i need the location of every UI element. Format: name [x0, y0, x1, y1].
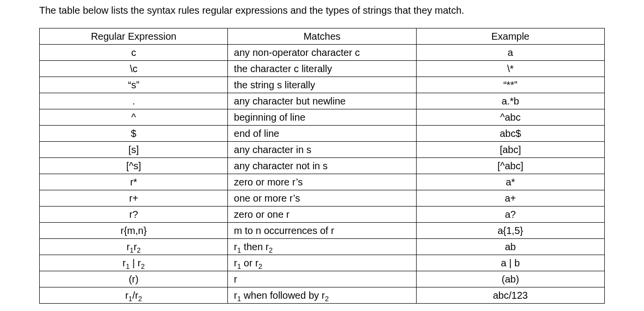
cell-example: abc$ [416, 126, 604, 142]
cell-matches: end of line [228, 126, 416, 142]
table-row: [^s]any character not in s[^abc] [40, 158, 605, 174]
cell-example: ^abc [416, 109, 604, 126]
cell-matches: r1 then r2 [228, 239, 416, 255]
cell-matches: any character but newline [228, 93, 416, 109]
cell-regular-expression: r+ [40, 190, 228, 207]
table-row: r?zero or one ra? [40, 207, 605, 223]
cell-regular-expression: $ [40, 126, 228, 142]
cell-matches: zero or one r [228, 207, 416, 223]
cell-matches: any character in s [228, 142, 416, 158]
cell-example: a{1,5} [416, 223, 604, 239]
cell-matches: any character not in s [228, 158, 416, 174]
cell-matches: r1 when followed by r2 [228, 287, 416, 304]
table-header-row: Regular Expression Matches Example [40, 28, 605, 45]
regex-syntax-table: Regular Expression Matches Example cany … [39, 28, 605, 304]
cell-example: [abc] [416, 142, 604, 158]
cell-example: abc/123 [416, 287, 604, 304]
table-row: \cthe character c literally\* [40, 61, 605, 77]
cell-regular-expression: (r) [40, 271, 228, 287]
table-row: cany non-operator character ca [40, 45, 605, 61]
cell-example: \* [416, 61, 604, 77]
table-row: r1 | r2r1 or r2a | b [40, 255, 605, 271]
cell-matches: one or more r’s [228, 190, 416, 207]
cell-regular-expression: [^s] [40, 158, 228, 174]
cell-example: (ab) [416, 271, 604, 287]
cell-example: “**” [416, 77, 604, 93]
table-row: (r)r(ab) [40, 271, 605, 287]
cell-example: a [416, 45, 604, 61]
cell-regular-expression: r1 | r2 [40, 255, 228, 271]
cell-example: ab [416, 239, 604, 255]
cell-regular-expression: r1/r2 [40, 287, 228, 304]
cell-matches: m to n occurrences of r [228, 223, 416, 239]
cell-matches: r1 or r2 [228, 255, 416, 271]
table-row: “s”the string s literally“**” [40, 77, 605, 93]
table-row: $end of lineabc$ [40, 126, 605, 142]
table-row: r*zero or more r’sa* [40, 174, 605, 190]
table-row: ^beginning of line^abc [40, 109, 605, 126]
header-matches: Matches [228, 28, 416, 45]
table-row: r{m,n}m to n occurrences of ra{1,5} [40, 223, 605, 239]
cell-regular-expression: “s” [40, 77, 228, 93]
cell-matches: r [228, 271, 416, 287]
table-row: r+one or more r’sa+ [40, 190, 605, 207]
table-caption: The table below lists the syntax rules r… [39, 5, 605, 16]
cell-matches: the character c literally [228, 61, 416, 77]
cell-example: a? [416, 207, 604, 223]
header-regular-expression: Regular Expression [40, 28, 228, 45]
cell-example: a.*b [416, 93, 604, 109]
cell-regular-expression: r* [40, 174, 228, 190]
table-row: [s]any character in s[abc] [40, 142, 605, 158]
cell-regular-expression: r1r2 [40, 239, 228, 255]
cell-regular-expression: \c [40, 61, 228, 77]
cell-regular-expression: ^ [40, 109, 228, 126]
cell-matches: zero or more r’s [228, 174, 416, 190]
cell-regular-expression: [s] [40, 142, 228, 158]
cell-example: a+ [416, 190, 604, 207]
table-body: cany non-operator character ca\cthe char… [40, 45, 605, 304]
cell-matches: beginning of line [228, 109, 416, 126]
cell-regular-expression: c [40, 45, 228, 61]
header-example: Example [416, 28, 604, 45]
cell-regular-expression: r? [40, 207, 228, 223]
cell-regular-expression: . [40, 93, 228, 109]
table-row: r1/r2r1 when followed by r2abc/123 [40, 287, 605, 304]
cell-example: a* [416, 174, 604, 190]
cell-regular-expression: r{m,n} [40, 223, 228, 239]
cell-example: [^abc] [416, 158, 604, 174]
table-row: .any character but newlinea.*b [40, 93, 605, 109]
table-row: r1r2r1 then r2ab [40, 239, 605, 255]
cell-example: a | b [416, 255, 604, 271]
cell-matches: any non-operator character c [228, 45, 416, 61]
cell-matches: the string s literally [228, 77, 416, 93]
